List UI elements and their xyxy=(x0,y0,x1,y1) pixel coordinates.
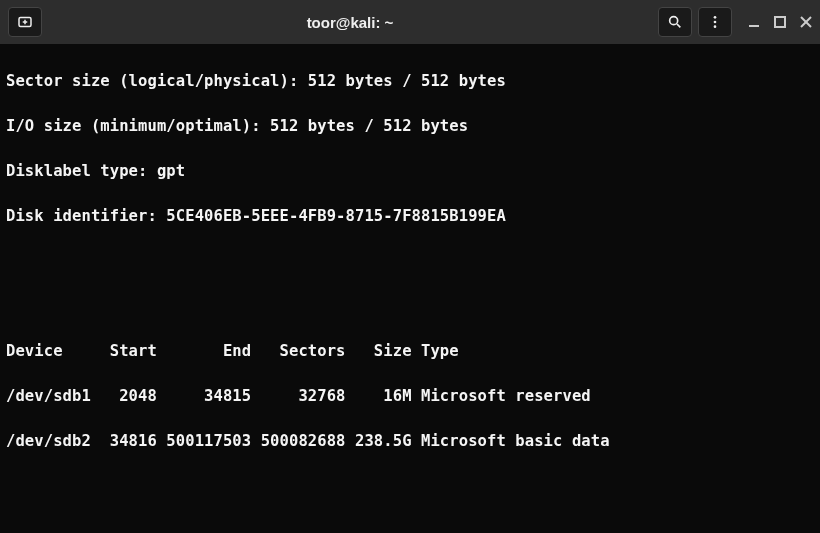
svg-point-6 xyxy=(714,21,717,24)
terminal-line xyxy=(6,250,814,272)
terminal-line xyxy=(6,295,814,317)
terminal-line xyxy=(6,475,814,497)
svg-rect-9 xyxy=(775,17,785,27)
window-title: toor@kali: ~ xyxy=(50,14,650,31)
partition-table-header: Device Start End Sectors Size Type xyxy=(6,340,814,362)
svg-point-3 xyxy=(670,17,678,25)
terminal-output[interactable]: Sector size (logical/physical): 512 byte… xyxy=(0,44,820,533)
terminal-line: Sector size (logical/physical): 512 byte… xyxy=(6,70,814,92)
minimize-icon xyxy=(748,16,760,28)
maximize-button[interactable] xyxy=(774,16,786,28)
svg-point-7 xyxy=(714,25,717,28)
svg-line-4 xyxy=(677,24,680,27)
new-tab-icon xyxy=(16,13,34,31)
window-controls xyxy=(748,16,812,28)
minimize-button[interactable] xyxy=(748,16,760,28)
terminal-line: I/O size (minimum/optimal): 512 bytes / … xyxy=(6,115,814,137)
terminal-line: Disk identifier: 5CE406EB-5EEE-4FB9-8715… xyxy=(6,205,814,227)
kebab-menu-icon xyxy=(707,14,723,30)
close-icon xyxy=(800,16,812,28)
menu-button[interactable] xyxy=(698,7,732,37)
close-button[interactable] xyxy=(800,16,812,28)
titlebar-left xyxy=(8,7,42,37)
window-titlebar: toor@kali: ~ xyxy=(0,0,820,44)
titlebar-right xyxy=(658,7,812,37)
svg-rect-8 xyxy=(749,25,759,27)
maximize-icon xyxy=(774,16,786,28)
partition-row: /dev/sdb2 34816 500117503 500082688 238.… xyxy=(6,430,814,452)
terminal-line: Disklabel type: gpt xyxy=(6,160,814,182)
new-tab-button[interactable] xyxy=(8,7,42,37)
terminal-line xyxy=(6,520,814,533)
search-button[interactable] xyxy=(658,7,692,37)
search-icon xyxy=(667,14,683,30)
svg-point-5 xyxy=(714,16,717,19)
partition-row: /dev/sdb1 2048 34815 32768 16M Microsoft… xyxy=(6,385,814,407)
